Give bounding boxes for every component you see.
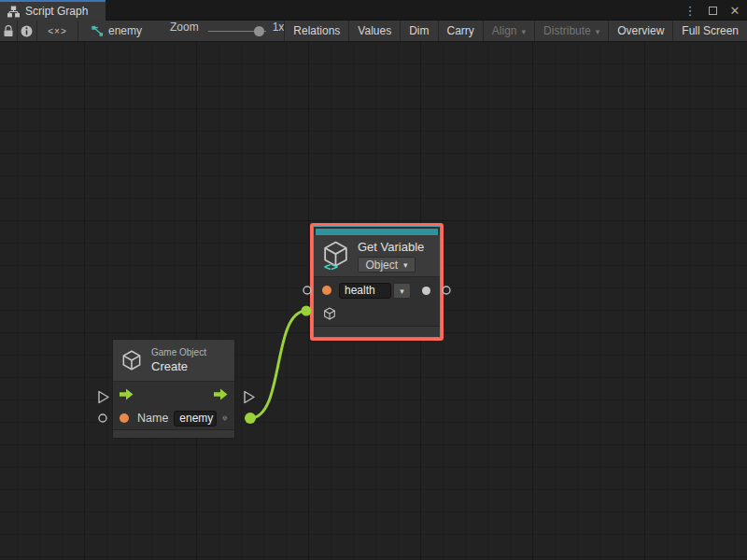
get-variable-accent-bar — [316, 229, 438, 235]
zoom-slider[interactable] — [208, 21, 266, 41]
create-gameobject-output-port[interactable] — [245, 413, 256, 424]
gameobject-target-port-icon[interactable] — [322, 306, 337, 321]
lock-button[interactable] — [0, 21, 18, 41]
relations-button[interactable]: Relations — [284, 21, 348, 41]
breadcrumb[interactable]: enemy — [91, 21, 142, 41]
full-screen-button[interactable]: Full Screen — [672, 21, 747, 41]
get-variable-body: health ▾ — [314, 276, 440, 326]
create-flow-input-port[interactable] — [99, 392, 108, 403]
create-node-title: Create — [151, 359, 206, 373]
create-node-footer — [113, 429, 234, 438]
window-controls: ⋮ ✕ — [682, 0, 743, 21]
create-node-flow-row — [113, 382, 234, 407]
caret-down-icon: ▾ — [403, 261, 408, 270]
zoom-slider-handle[interactable] — [254, 26, 264, 36]
caret-down-icon: ▾ — [596, 28, 600, 36]
get-variable-titles: Get Variable Object ▾ — [358, 240, 424, 273]
create-node-header[interactable]: Game Object Create — [113, 340, 234, 381]
window-menu-icon[interactable]: ⋮ — [682, 2, 698, 19]
dim-label: Dim — [409, 24, 429, 37]
hierarchy-icon — [7, 6, 20, 18]
zoom-value: 1x — [273, 21, 285, 41]
get-variable-right-port[interactable] — [443, 287, 450, 294]
get-variable-footer — [314, 326, 440, 337]
full-screen-label: Full Screen — [682, 24, 739, 37]
flow-output-arrow-icon[interactable] — [214, 388, 228, 400]
zoom-label: Zoom — [170, 21, 199, 41]
close-icon[interactable]: ✕ — [726, 2, 743, 19]
values-button[interactable]: Values — [348, 21, 400, 41]
distribute-label: Distribute — [543, 24, 591, 37]
create-node[interactable]: Game Object Create Name enemy — [112, 339, 235, 439]
tab-script-graph[interactable]: Script Graph — [0, 0, 106, 21]
carry-button[interactable]: Carry — [438, 21, 483, 41]
title-bar: Script Graph ⋮ ✕ — [0, 0, 747, 21]
breadcrumb-label: enemy — [108, 24, 142, 37]
create-node-body: Name enemy — [113, 381, 234, 429]
variable-name-row: health ▾ — [314, 277, 440, 303]
variable-value-output-port[interactable] — [422, 287, 430, 295]
get-variable-title: Get Variable — [358, 240, 424, 254]
maximize-icon[interactable] — [704, 2, 721, 19]
create-flow-output-port[interactable] — [245, 392, 254, 403]
info-button[interactable] — [18, 21, 37, 41]
variable-name-field[interactable]: health — [339, 283, 391, 299]
gameobject-cube-icon — [120, 348, 144, 372]
relations-label: Relations — [293, 24, 340, 37]
carry-label: Carry — [447, 24, 474, 37]
name-input-port[interactable] — [120, 413, 129, 423]
create-node-name-row: Name enemy — [113, 407, 234, 429]
align-label: Align — [492, 24, 517, 37]
variable-scope-dropdown[interactable]: Object ▾ — [358, 257, 416, 273]
lock-icon — [3, 25, 14, 37]
get-variable-selection-border: <> Get Variable Object ▾ — [310, 223, 444, 341]
create-node-titles: Game Object Create — [151, 347, 206, 373]
flow-input-arrow-icon[interactable] — [120, 388, 134, 400]
dim-button[interactable]: Dim — [400, 21, 437, 41]
caret-down-icon: ▾ — [522, 28, 527, 36]
variable-cube-icon: <> — [320, 240, 351, 272]
connection-wire[interactable] — [250, 311, 306, 418]
caret-down-icon: ▾ — [400, 287, 404, 296]
scope-dropdown-value: Object — [365, 259, 398, 272]
tab-title: Script Graph — [25, 5, 88, 18]
edit-code-button[interactable]: <×> — [37, 21, 78, 41]
script-graph-window: Script Graph ⋮ ✕ <×> — [0, 0, 747, 560]
values-label: Values — [358, 24, 391, 37]
overview-label: Overview — [617, 24, 664, 37]
variable-name-input-port[interactable] — [322, 286, 331, 295]
get-variable-header[interactable]: <> Get Variable Object ▾ — [314, 235, 440, 276]
distribute-button: Distribute▾ — [534, 21, 608, 41]
name-value-field[interactable]: enemy — [174, 411, 217, 427]
variable-name-dropdown[interactable]: ▾ — [393, 283, 411, 299]
angle-brackets-glyph: <> — [324, 259, 339, 272]
info-icon — [21, 25, 33, 37]
create-name-left-port[interactable] — [99, 414, 106, 422]
align-button: Align▾ — [483, 21, 534, 41]
get-variable-node[interactable]: <> Get Variable Object ▾ — [313, 226, 441, 338]
maximize-glyph — [709, 7, 717, 15]
create-node-category: Game Object — [151, 347, 206, 357]
graph-toolbar: <×> enemy Zoom 1x Relations Values Dim C… — [0, 21, 747, 42]
variable-target-row — [314, 303, 440, 324]
gameobject-output-port-icon[interactable] — [222, 411, 228, 426]
name-param-label: Name — [137, 412, 168, 425]
graph-canvas[interactable]: Game Object Create Name enemy — [0, 42, 747, 560]
graph-breadcrumb-icon — [91, 25, 104, 37]
overview-button[interactable]: Overview — [608, 21, 672, 41]
